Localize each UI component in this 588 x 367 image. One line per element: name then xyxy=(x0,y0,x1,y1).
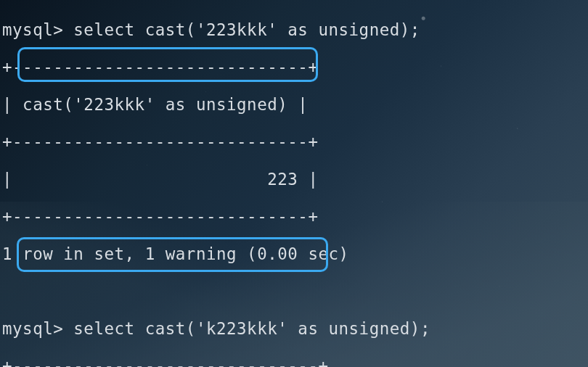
sql-statement-2: select cast('k223kkk' as unsigned); xyxy=(73,319,430,338)
query-line-2: mysql> select cast('k223kkk' as unsigned… xyxy=(2,318,586,339)
table-border: +-----------------------------+ xyxy=(2,57,586,78)
table-header-1: | cast('223kkk' as unsigned) | xyxy=(2,94,586,115)
mysql-prompt: mysql> xyxy=(2,319,73,338)
terminal-output: mysql> select cast('223kkk' as unsigned)… xyxy=(0,0,588,367)
table-border: +-----------------------------+ xyxy=(2,206,586,227)
query-line-1: mysql> select cast('223kkk' as unsigned)… xyxy=(2,20,586,41)
status-line-1: 1 row in set, 1 warning (0.00 sec) xyxy=(2,244,586,265)
table-border: +-----------------------------+ xyxy=(2,131,586,152)
table-border: +------------------------------+ xyxy=(2,355,586,367)
mysql-prompt: mysql> xyxy=(2,20,73,39)
blank-line xyxy=(2,281,586,302)
table-row-1: | 223 | xyxy=(2,169,586,190)
sql-statement-1: select cast('223kkk' as unsigned); xyxy=(73,20,420,39)
